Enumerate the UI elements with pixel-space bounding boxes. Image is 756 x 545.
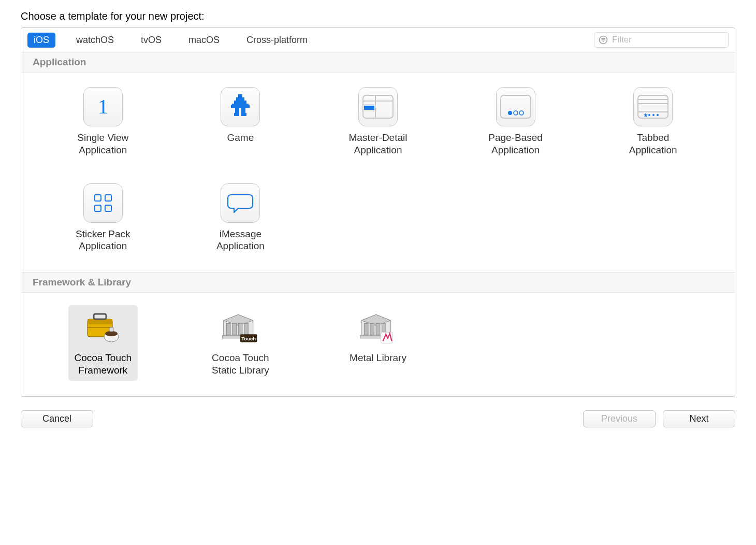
library-touch-icon: Touch: [221, 307, 260, 347]
dialog-footer: Cancel Previous Next: [21, 410, 735, 427]
svg-text:★: ★: [643, 112, 648, 118]
page-based-icon: [496, 87, 535, 126]
template-item[interactable]: Metal Library: [312, 302, 444, 384]
tabbed-icon: ★: [633, 87, 673, 126]
svg-rect-35: [95, 205, 101, 211]
svg-rect-18: [364, 106, 374, 110]
platform-tab-watchos[interactable]: watchOS: [70, 33, 120, 48]
platform-tab-cross-platform[interactable]: Cross-platform: [240, 33, 314, 48]
svg-rect-36: [105, 205, 111, 211]
svg-text:Touch: Touch: [242, 336, 256, 341]
toolbox-icon: [83, 307, 123, 347]
svg-rect-55: [364, 323, 368, 335]
template-label: Cocoa Touch Static Library: [212, 352, 269, 377]
library-metal-icon: [358, 307, 398, 347]
svg-rect-48: [239, 323, 243, 335]
template-item[interactable]: ★Tabbed Application: [587, 82, 719, 164]
template-label: Tabbed Application: [629, 132, 677, 156]
template-label: iMessage Application: [216, 228, 265, 253]
dialog-title: Choose a template for your new project:: [21, 10, 735, 22]
template-item[interactable]: Game: [175, 82, 307, 164]
svg-rect-6: [236, 97, 244, 101]
filter-input[interactable]: [611, 34, 724, 46]
svg-rect-12: [241, 113, 246, 116]
game-icon: [221, 87, 260, 126]
template-label: Metal Library: [350, 352, 406, 364]
svg-rect-39: [94, 314, 106, 319]
filter-field[interactable]: [594, 32, 729, 48]
template-item[interactable]: Touch Cocoa Touch Static Library: [175, 302, 307, 384]
previous-button: Previous: [583, 410, 656, 427]
master-detail-icon: [358, 87, 398, 126]
svg-point-30: [648, 114, 650, 116]
svg-point-32: [657, 114, 659, 116]
svg-rect-46: [227, 323, 231, 335]
template-panel: iOSwatchOStvOSmacOSCross-platform Applic…: [21, 27, 735, 397]
svg-text:1: 1: [98, 95, 108, 118]
platform-tab-ios[interactable]: iOS: [27, 33, 55, 48]
template-label: Game: [227, 132, 254, 144]
svg-point-23: [514, 111, 518, 115]
filter-icon: [599, 35, 608, 45]
svg-rect-47: [232, 323, 237, 335]
svg-rect-5: [238, 94, 242, 97]
template-item[interactable]: 1Single View Application: [37, 82, 169, 164]
template-item[interactable]: iMessage Application: [175, 178, 307, 260]
template-item[interactable]: Cocoa Touch Framework: [37, 302, 169, 384]
template-grid: Cocoa Touch Framework Touch Cocoa Touch …: [21, 293, 735, 396]
svg-rect-14: [246, 105, 250, 108]
template-item[interactable]: Page-Based Application: [449, 82, 582, 164]
svg-rect-33: [95, 195, 101, 201]
svg-rect-8: [232, 104, 249, 108]
svg-rect-34: [105, 195, 111, 201]
section-header: Application: [21, 52, 735, 73]
cancel-button[interactable]: Cancel: [21, 410, 93, 427]
svg-rect-57: [376, 323, 380, 335]
svg-point-24: [519, 111, 524, 115]
platform-tab-tvos[interactable]: tvOS: [135, 33, 168, 48]
svg-point-31: [652, 114, 655, 116]
platform-tab-macos[interactable]: macOS: [182, 33, 226, 48]
template-label: Sticker Pack Application: [76, 228, 130, 253]
template-grid: 1Single View ApplicationGameMaster-Detai…: [21, 73, 735, 272]
svg-rect-43: [109, 327, 113, 332]
template-item[interactable]: Sticker Pack Application: [37, 178, 169, 260]
svg-point-22: [508, 111, 512, 115]
svg-rect-49: [244, 323, 249, 335]
template-label: Cocoa Touch Framework: [75, 352, 132, 377]
single-view-icon: 1: [83, 87, 123, 126]
template-label: Single View Application: [77, 132, 128, 156]
svg-rect-9: [235, 108, 239, 113]
section-header: Framework & Library: [21, 272, 735, 293]
svg-rect-11: [234, 113, 239, 116]
sticker-pack-icon: [83, 183, 123, 223]
template-label: Master-Detail Application: [349, 132, 408, 156]
svg-rect-7: [234, 101, 246, 104]
template-item[interactable]: Master-Detail Application: [312, 82, 444, 164]
imessage-icon: [221, 183, 260, 223]
svg-rect-10: [241, 108, 245, 113]
svg-rect-56: [370, 323, 374, 335]
svg-rect-13: [231, 105, 234, 108]
template-label: Page-Based Application: [488, 132, 543, 156]
next-button[interactable]: Next: [663, 410, 735, 427]
platform-tabbar: iOSwatchOStvOSmacOSCross-platform: [21, 28, 735, 52]
